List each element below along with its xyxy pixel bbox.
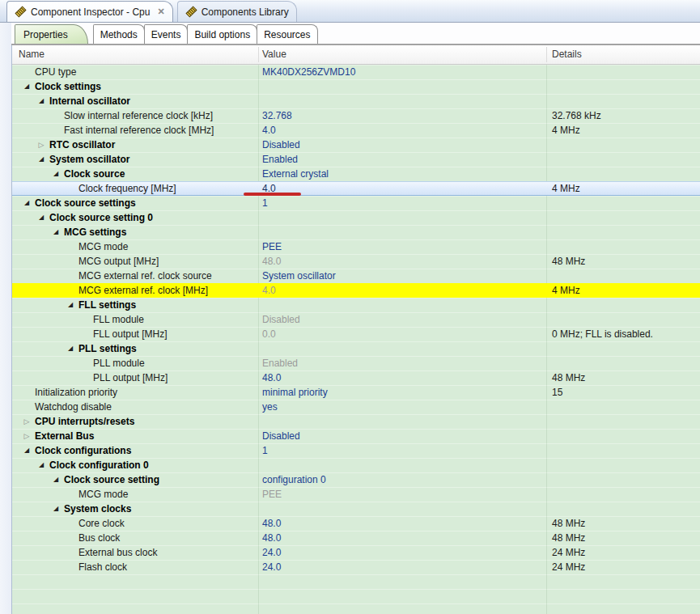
table-row[interactable]: MCG external ref. clock source System os… xyxy=(12,269,700,283)
row-name: CPU interrupts/resets xyxy=(35,414,134,429)
row-value[interactable]: Enabled xyxy=(262,356,298,371)
row-name: Bus clock xyxy=(78,531,120,545)
tab-events[interactable]: Events xyxy=(144,24,189,44)
row-value[interactable]: Enabled xyxy=(262,152,298,167)
row-value[interactable]: Disabled xyxy=(262,138,300,152)
tree-toggle-icon[interactable]: ▷ xyxy=(36,138,46,152)
table-row[interactable]: Slow internal reference clock [kHz] 32.7… xyxy=(12,108,700,123)
table-row[interactable]: ◢ Clock configuration 0 xyxy=(12,458,700,472)
row-value[interactable]: 24.0 xyxy=(262,545,281,560)
table-row[interactable]: PLL module Enabled xyxy=(12,356,700,371)
row-value[interactable]: PEE xyxy=(262,487,282,502)
row-value[interactable]: 48.0 xyxy=(262,531,281,545)
table-row[interactable]: Bus clock 48.0 48 MHz xyxy=(12,531,700,545)
row-value[interactable]: External crystal xyxy=(262,167,329,181)
tab-component-inspector[interactable]: Component Inspector - Cpu ✕ xyxy=(6,1,173,22)
table-row[interactable]: ◢ Clock settings xyxy=(12,79,700,94)
row-value[interactable]: MK40DX256ZVMD10 xyxy=(262,65,355,79)
close-icon[interactable]: ✕ xyxy=(157,6,164,17)
tree-toggle-icon[interactable]: ▷ xyxy=(22,429,32,443)
properties-table: Name Value Details CPU type MK40DX256ZVM… xyxy=(11,45,700,614)
row-value[interactable]: 24.0 xyxy=(262,560,281,574)
row-value[interactable]: 1 xyxy=(262,196,268,210)
table-row[interactable]: ◢ System oscillator Enabled xyxy=(12,152,700,167)
row-value[interactable]: Disabled xyxy=(262,429,300,443)
row-value[interactable]: 48.0 xyxy=(262,254,281,269)
table-row[interactable]: Core clock 48.0 48 MHz xyxy=(12,516,700,531)
table-row[interactable]: MCG output [MHz] 48.0 48 MHz xyxy=(12,254,700,269)
row-value[interactable]: 48.0 xyxy=(262,516,281,531)
row-value[interactable]: 1 xyxy=(262,443,268,458)
tree-toggle-icon[interactable]: ◢ xyxy=(51,472,61,487)
table-row[interactable]: FLL output [MHz] 0.0 0 MHz; FLL is disab… xyxy=(12,327,700,341)
row-value[interactable]: System oscillator xyxy=(262,269,336,283)
row-value[interactable]: yes xyxy=(262,400,278,414)
row-value[interactable]: 32.768 xyxy=(262,108,292,123)
column-divider[interactable] xyxy=(546,47,547,62)
tree-toggle-icon[interactable]: ◢ xyxy=(36,210,46,225)
table-row[interactable]: ▷ RTC oscillator Disabled xyxy=(12,138,700,152)
row-value[interactable]: 0.0 xyxy=(262,327,276,341)
row-value[interactable]: 4.0 xyxy=(262,283,276,298)
table-row[interactable]: ◢ Clock source External crystal xyxy=(12,167,700,181)
tab-label: Component Inspector - Cpu xyxy=(31,6,150,18)
tree-toggle-icon[interactable]: ◢ xyxy=(51,225,61,239)
row-details: 48 MHz xyxy=(552,371,585,385)
table-row[interactable]: ◢ System clocks xyxy=(12,502,700,516)
table-row[interactable]: ◢ FLL settings xyxy=(12,298,700,312)
table-row[interactable]: ▷ External Bus Disabled xyxy=(12,429,700,443)
table-row[interactable]: Flash clock 24.0 24 MHz xyxy=(12,560,700,574)
table-row[interactable]: Watchdog disable yes xyxy=(12,400,700,414)
tree-toggle-icon[interactable]: ◢ xyxy=(22,443,32,458)
tree-toggle-icon[interactable]: ◢ xyxy=(51,502,61,516)
tree-toggle-icon[interactable]: ◢ xyxy=(36,94,46,108)
row-value[interactable]: Disabled xyxy=(262,312,300,327)
tree-toggle-icon[interactable]: ◢ xyxy=(51,167,61,181)
tab-methods[interactable]: Methods xyxy=(93,24,145,44)
row-name: Initialization priority xyxy=(35,385,117,400)
row-value[interactable]: PEE xyxy=(262,239,282,254)
column-header-details[interactable]: Details xyxy=(552,45,582,64)
tree-toggle-icon[interactable]: ◢ xyxy=(66,298,75,312)
table-row[interactable]: ◢ Clock source setting 0 xyxy=(12,210,700,225)
row-value[interactable]: configuration 0 xyxy=(262,472,326,487)
tree-toggle-icon[interactable]: ▷ xyxy=(22,414,32,429)
tab-resources[interactable]: Resources xyxy=(257,24,317,44)
table-row[interactable]: ◢ Clock configurations 1 xyxy=(12,443,700,458)
table-row[interactable]: ◢ PLL settings xyxy=(12,341,700,356)
table-row[interactable]: Initialization priority minimal priority… xyxy=(12,385,700,400)
row-details: 4 MHz xyxy=(552,181,580,196)
table-row[interactable]: MCG mode PEE xyxy=(12,487,700,502)
table-row[interactable]: ◢ Clock source settings 1 xyxy=(12,196,700,210)
row-value[interactable]: 4.0 xyxy=(262,123,276,138)
row-name: Watchdog disable xyxy=(35,400,112,414)
tab-build-options[interactable]: Build options xyxy=(187,24,257,44)
column-header-value[interactable]: Value xyxy=(262,45,286,64)
table-row[interactable]: PLL output [MHz] 48.0 48 MHz xyxy=(12,371,700,385)
table-row[interactable]: ◢ MCG settings xyxy=(12,225,700,239)
row-value[interactable]: minimal priority xyxy=(262,385,328,400)
table-row[interactable]: ◢ Clock source setting configuration 0 xyxy=(12,472,700,487)
column-header-name[interactable]: Name xyxy=(19,45,45,64)
table-row[interactable]: CPU type MK40DX256ZVMD10 xyxy=(12,65,700,79)
table-row[interactable]: MCG mode PEE xyxy=(12,239,700,254)
table-row[interactable]: ▷ CPU interrupts/resets xyxy=(12,414,700,429)
table-row[interactable]: External bus clock 24.0 24 MHz xyxy=(12,545,700,560)
row-value[interactable]: 48.0 xyxy=(262,371,281,385)
tab-properties[interactable]: Properties xyxy=(15,24,88,44)
tab-components-library[interactable]: Components Library xyxy=(177,1,297,22)
row-name: Clock source settings xyxy=(35,196,136,210)
table-row[interactable]: FLL module Disabled xyxy=(12,312,700,327)
tree-toggle-icon[interactable]: ◢ xyxy=(36,458,46,472)
tree-toggle-icon[interactable]: ◢ xyxy=(22,79,32,94)
table-row[interactable]: Fast internal reference clock [MHz] 4.0 … xyxy=(12,123,700,138)
table-row[interactable]: MCG external ref. clock [MHz] 4.0 4 MHz xyxy=(12,283,700,298)
tree-toggle-icon[interactable]: ◢ xyxy=(22,196,32,210)
tree-toggle-icon[interactable]: ◢ xyxy=(66,341,75,356)
column-divider[interactable] xyxy=(258,47,259,62)
table-row[interactable]: Clock frequency [MHz] 4.0 4 MHz xyxy=(12,181,700,196)
table-header: Name Value Details xyxy=(12,45,700,65)
tree-toggle-icon[interactable]: ◢ xyxy=(36,152,46,167)
table-row[interactable]: ◢ Internal oscillator xyxy=(12,94,700,108)
row-details: 15 xyxy=(552,385,562,400)
